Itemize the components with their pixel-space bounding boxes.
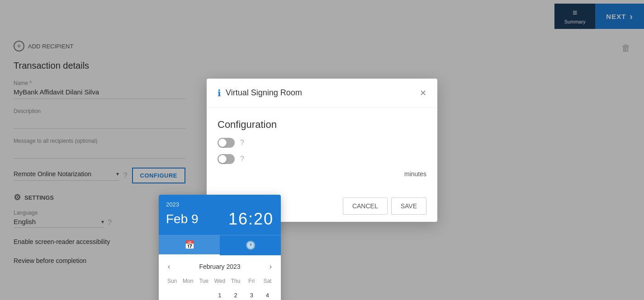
- cal-day[interactable]: 1: [213, 289, 227, 300]
- cal-weekday-wed: Wed: [212, 276, 227, 286]
- cal-next-button[interactable]: ›: [266, 261, 275, 272]
- datetime-picker: 2023 Feb 9 16:20 📅 🕐: [159, 195, 281, 300]
- dt-time: 16:20: [228, 210, 274, 229]
- modal-toggle-2[interactable]: [218, 154, 235, 164]
- list-item: [196, 286, 212, 300]
- dt-date: Feb 9: [166, 212, 199, 226]
- calendar: ‹ February 2023 › Sun Mon Tue: [159, 255, 281, 300]
- minutes-label: minutes: [404, 170, 426, 178]
- modal: ℹ Virtual Signing Room ✕ Configuration ?: [207, 79, 437, 222]
- modal-toggle-2-help-icon[interactable]: ?: [240, 155, 244, 163]
- modal-toggle-row-1: ?: [218, 138, 426, 148]
- list-item: [180, 286, 196, 300]
- save-button[interactable]: SAVE: [391, 197, 426, 215]
- cal-weekday-tue: Tue: [196, 276, 212, 286]
- modal-header: ℹ Virtual Signing Room ✕: [207, 79, 437, 108]
- cal-prev-button[interactable]: ‹: [164, 261, 174, 272]
- list-item: 2: [228, 286, 244, 300]
- modal-toggle-row-2: ?: [218, 154, 426, 164]
- cal-weekday-row: Sun Mon Tue Wed Thu Fri Sat: [164, 276, 275, 286]
- modal-info-icon: ℹ: [218, 88, 221, 98]
- modal-body: Configuration ? ? minutes: [207, 108, 437, 190]
- dt-year: 2023: [166, 201, 274, 208]
- modal-toggle-1-help-icon[interactable]: ?: [240, 139, 244, 147]
- cal-weekday-fri: Fri: [244, 276, 260, 286]
- modal-close-button[interactable]: ✕: [420, 88, 426, 98]
- table-row: 1234: [164, 286, 275, 300]
- cal-weekday-mon: Mon: [180, 276, 196, 286]
- cal-nav: ‹ February 2023 ›: [164, 261, 275, 272]
- cal-body: 1234567891011121314151617181920212223242…: [164, 286, 275, 300]
- list-item: 1: [212, 286, 227, 300]
- list-item: 4: [260, 286, 275, 300]
- cal-day-empty: [197, 288, 211, 300]
- dt-date-time-row: Feb 9 16:20: [166, 210, 274, 229]
- cancel-button[interactable]: CANCEL: [343, 197, 388, 215]
- dt-tabs: 📅 🕐: [159, 235, 281, 255]
- cal-day-empty: [181, 288, 195, 300]
- modal-overlay: ℹ Virtual Signing Room ✕ Configuration ?: [0, 0, 644, 300]
- dt-tab-clock[interactable]: 🕐: [220, 235, 281, 255]
- minutes-row: minutes: [218, 170, 426, 178]
- cal-day-empty: [166, 288, 179, 300]
- cal-month: February 2023: [199, 263, 240, 270]
- dt-tab-calendar[interactable]: 📅: [159, 235, 220, 255]
- cal-weekday-sun: Sun: [164, 276, 180, 286]
- config-title: Configuration: [218, 119, 426, 131]
- dt-header: 2023 Feb 9 16:20: [159, 195, 281, 235]
- cal-weekday-thu: Thu: [228, 276, 244, 286]
- modal-title: Virtual Signing Room: [226, 88, 415, 98]
- cal-weekday-sat: Sat: [260, 276, 275, 286]
- cal-day[interactable]: 3: [245, 289, 258, 300]
- modal-toggle-1[interactable]: [218, 138, 235, 148]
- cal-day[interactable]: 4: [260, 289, 274, 300]
- cal-grid: Sun Mon Tue Wed Thu Fri Sat: [164, 276, 275, 300]
- cal-day[interactable]: 2: [229, 289, 242, 300]
- list-item: [164, 286, 180, 300]
- list-item: 3: [244, 286, 260, 300]
